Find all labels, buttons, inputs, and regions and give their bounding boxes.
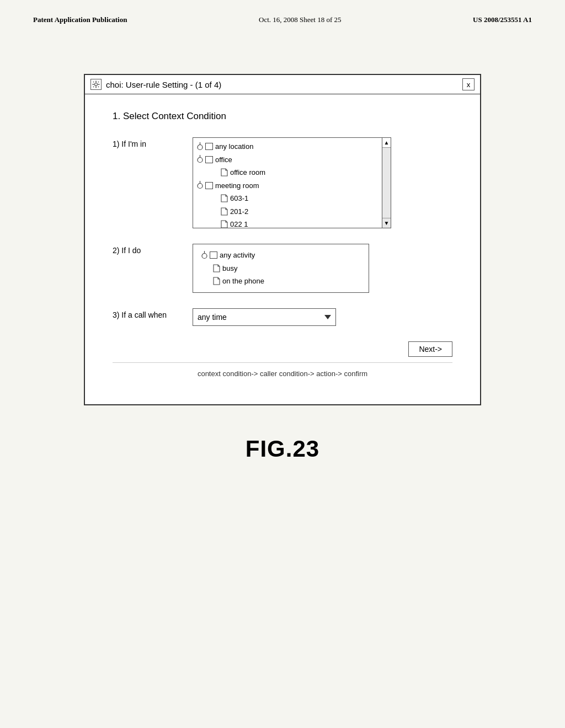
- doc-icon: [221, 194, 228, 202]
- next-btn-row: Next->: [113, 341, 452, 357]
- svg-point-0: [95, 83, 98, 86]
- activity-box[interactable]: any activity busy: [193, 244, 369, 293]
- condition-row-time: 3) If a call when any time: [113, 308, 452, 326]
- dropdown-arrow-icon: [324, 315, 331, 319]
- list-item[interactable]: busy: [198, 262, 364, 275]
- doc-icon: [221, 168, 228, 176]
- doc-icon: [213, 277, 220, 285]
- patent-header-left: Patent Application Publication: [33, 15, 127, 24]
- list-item[interactable]: on the phone: [198, 275, 364, 288]
- svg-point-14: [198, 184, 202, 189]
- svg-marker-17: [221, 208, 227, 215]
- svg-rect-8: [98, 86, 99, 87]
- svg-point-9: [198, 144, 202, 149]
- scroll-down-button[interactable]: ▼: [382, 218, 391, 228]
- scrollbar-track: [382, 148, 391, 228]
- patent-header-center: Oct. 16, 2008 Sheet 18 of 25: [259, 15, 341, 24]
- label-if-i-do: 2) If I do: [113, 244, 193, 255]
- pin-icon: [201, 251, 208, 260]
- figure-label: FIG.23: [0, 436, 565, 462]
- svg-point-19: [202, 253, 207, 258]
- patent-header-right: US 2008/253551 A1: [473, 15, 532, 24]
- condition-row-location: 1) If I'm in: [113, 137, 452, 228]
- list-item[interactable]: any location: [193, 140, 382, 153]
- svg-rect-7: [93, 86, 94, 87]
- doc-icon: [221, 220, 228, 228]
- dialog-titlebar: choi: User-rule Setting - (1 of 4) x: [85, 75, 480, 94]
- page: Patent Application Publication Oct. 16, …: [0, 0, 565, 728]
- next-button[interactable]: Next->: [408, 341, 452, 357]
- time-dropdown-value: any time: [198, 313, 320, 322]
- list-item[interactable]: 603-1: [193, 192, 382, 205]
- condition-row-activity: 2) If I do any activity: [113, 244, 452, 293]
- close-button[interactable]: x: [462, 78, 475, 90]
- list-item[interactable]: office room: [193, 166, 382, 179]
- settings-icon: [92, 81, 100, 88]
- checkbox[interactable]: [205, 156, 213, 163]
- list-item[interactable]: 201-2: [193, 205, 382, 218]
- dialog-title-text: choi: User-rule Setting - (1 of 4): [106, 80, 462, 89]
- svg-marker-18: [221, 221, 227, 228]
- section-heading: 1. Select Context Condition: [113, 111, 452, 122]
- breadcrumb-footer: context condition-> caller condition-> a…: [113, 362, 452, 388]
- svg-rect-1: [95, 81, 97, 83]
- label-if-im-in: 1) If I'm in: [113, 137, 193, 148]
- listbox-scrollbar[interactable]: ▲ ▼: [382, 138, 391, 228]
- svg-marker-13: [221, 169, 227, 176]
- svg-marker-22: [214, 277, 220, 285]
- doc-icon: [221, 207, 228, 216]
- pin-icon: [196, 181, 204, 190]
- svg-marker-21: [214, 265, 220, 272]
- svg-rect-3: [93, 84, 94, 85]
- list-item[interactable]: any activity: [198, 249, 364, 262]
- list-item[interactable]: 022 1: [193, 218, 382, 228]
- listbox-content: any location office: [193, 138, 382, 228]
- svg-rect-5: [93, 81, 94, 82]
- patent-header: Patent Application Publication Oct. 16, …: [0, 0, 565, 30]
- location-listbox[interactable]: any location office: [193, 137, 391, 228]
- dialog-title-icon: [90, 79, 102, 90]
- breadcrumb-text: context condition-> caller condition-> a…: [198, 370, 367, 378]
- list-item[interactable]: meeting room: [193, 179, 382, 192]
- label-if-a-call-when: 3) If a call when: [113, 308, 193, 319]
- svg-rect-6: [98, 81, 99, 82]
- checkbox[interactable]: [205, 182, 213, 189]
- pin-icon: [196, 155, 204, 164]
- svg-marker-16: [221, 195, 227, 202]
- dialog-container: choi: User-rule Setting - (1 of 4) x 1. …: [0, 74, 565, 405]
- dialog-body: 1. Select Context Condition 1) If I'm in: [85, 94, 480, 404]
- dialog-window: choi: User-rule Setting - (1 of 4) x 1. …: [84, 74, 481, 405]
- checkbox[interactable]: [210, 251, 217, 259]
- svg-rect-2: [95, 87, 97, 88]
- svg-rect-4: [98, 84, 100, 85]
- svg-point-11: [198, 158, 202, 163]
- pin-icon: [196, 142, 204, 151]
- list-item[interactable]: office: [193, 153, 382, 167]
- doc-icon: [213, 264, 220, 272]
- checkbox[interactable]: [205, 143, 213, 150]
- time-dropdown[interactable]: any time: [193, 308, 336, 326]
- scroll-up-button[interactable]: ▲: [382, 138, 391, 148]
